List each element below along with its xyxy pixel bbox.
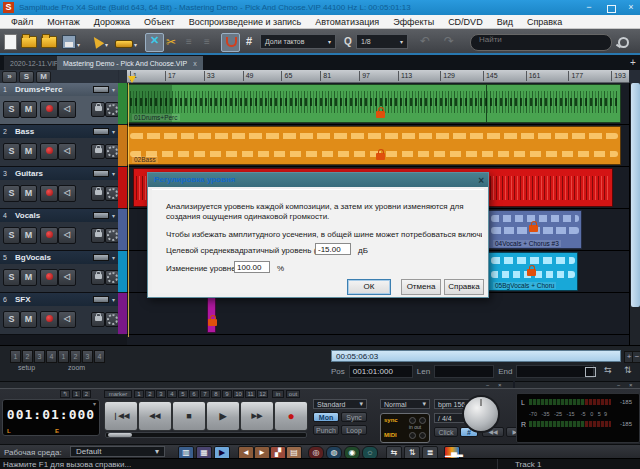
group-objects-icon[interactable]: ≡ <box>186 36 192 47</box>
marker-10-button[interactable]: 10 <box>233 390 244 398</box>
redo-icon[interactable]: ↷ <box>444 34 454 48</box>
forward-button[interactable]: ▶▶ <box>240 401 274 431</box>
open-project-icon[interactable] <box>21 36 37 48</box>
loop-button[interactable]: Loop <box>341 425 367 435</box>
click-button[interactable]: Click <box>434 427 458 437</box>
quantize-select[interactable]: 1/8▾ <box>356 34 408 49</box>
track-header-3[interactable]: 3Guitars▾ S M ◁ <box>0 167 118 209</box>
solo-button[interactable]: S <box>3 269 20 286</box>
minimize-button[interactable]: − <box>584 3 594 12</box>
range-1-button[interactable]: 1 <box>72 390 81 398</box>
record-arm-button[interactable] <box>40 227 58 244</box>
time-display[interactable]: 001:01:000 L E ▾ <box>2 399 100 436</box>
chevron-down-icon[interactable]: ▾ <box>112 296 115 303</box>
chevron-down-icon[interactable]: ▾ <box>112 254 115 261</box>
lock-button[interactable] <box>91 228 105 243</box>
quantize-label[interactable]: Q <box>344 36 352 47</box>
setup-2-button[interactable]: 2 <box>22 350 33 363</box>
track-fader[interactable] <box>93 296 109 303</box>
monitor-button[interactable]: ◁ <box>58 311 76 328</box>
sync-toggle-button[interactable]: Sync <box>341 412 367 422</box>
track-header-1[interactable]: 1Drums+Perc▾ S M ◁ <box>0 83 118 125</box>
menu-automation[interactable]: Автоматизация <box>308 17 386 27</box>
setup-4-button[interactable]: 4 <box>46 350 57 363</box>
vertical-scroll-thumb[interactable] <box>631 83 640 307</box>
maximize-button[interactable] <box>607 5 616 13</box>
sync-midi-panel[interactable]: sync in out MIDI <box>380 413 430 443</box>
zoom-3-button[interactable]: 3 <box>82 350 93 363</box>
mouse-mode-dropdown-icon[interactable]: ▾ <box>105 41 108 48</box>
pos-value[interactable]: 001:01:000 <box>349 365 413 378</box>
track-settings-button[interactable] <box>105 270 119 285</box>
workspace-select[interactable]: Default▾ <box>70 446 165 457</box>
monitor-button[interactable]: ◁ <box>58 227 76 244</box>
menu-track[interactable]: Дорожка <box>87 17 137 27</box>
zoom-2-button[interactable]: 2 <box>70 350 81 363</box>
monitor-button[interactable]: ◁ <box>58 269 76 286</box>
chevron-down-icon[interactable]: ▾ <box>112 128 115 135</box>
search-input[interactable] <box>471 35 627 44</box>
monitor-button[interactable]: ◁ <box>58 143 76 160</box>
range-2-button[interactable]: 2 <box>82 390 91 398</box>
mute-button[interactable]: M <box>20 311 37 328</box>
track-settings-button[interactable] <box>105 144 119 159</box>
play-button[interactable]: ▶ <box>206 401 240 431</box>
mouse-mode-icon[interactable] <box>90 34 105 49</box>
marker-8-button[interactable]: 8 <box>211 390 221 398</box>
len-value[interactable] <box>434 365 494 378</box>
mute-button[interactable]: M <box>20 101 37 118</box>
save-dropdown-icon[interactable]: ▾ <box>77 41 80 48</box>
marker-6-button[interactable]: 6 <box>189 390 199 398</box>
menu-playback-record[interactable]: Воспроизведение и запись <box>182 17 309 27</box>
track-fader[interactable] <box>93 170 109 177</box>
crossfade-editor-icon[interactable]: ✕ <box>145 33 164 52</box>
search-box[interactable] <box>470 34 612 51</box>
chevron-down-icon[interactable]: ▾ <box>93 400 96 407</box>
lock-button[interactable] <box>91 144 105 159</box>
monitor-button[interactable]: ◁ <box>58 101 76 118</box>
solo-button[interactable]: S <box>3 101 20 118</box>
audio-object-vocals[interactable]: 04Vocals + Chorus #3 <box>488 210 582 249</box>
menu-help[interactable]: Справка <box>520 17 569 27</box>
menu-file[interactable]: Файл <box>4 17 40 27</box>
vertical-scrollbar[interactable] <box>629 83 640 345</box>
lock-button[interactable] <box>91 186 105 201</box>
horizontal-scrollbar[interactable]: 00:05:06:03 <box>331 350 621 362</box>
menu-cd-dvd[interactable]: CD/DVD <box>441 17 490 27</box>
track-header-4[interactable]: 4Vocals▾ S M ◁ <box>0 209 118 251</box>
new-project-icon[interactable] <box>4 34 17 50</box>
record-arm-button[interactable] <box>40 269 58 286</box>
slider-thumb[interactable] <box>108 433 132 437</box>
mute-button[interactable]: M <box>20 143 37 160</box>
snap-mode-select[interactable]: Доли тактов▾ <box>260 34 336 49</box>
stop-button[interactable]: ■ <box>172 401 206 431</box>
punch-button[interactable]: Punch <box>313 425 339 435</box>
track-fader[interactable] <box>93 254 109 261</box>
lock-button[interactable] <box>91 270 105 285</box>
track-settings-button[interactable] <box>105 228 119 243</box>
object-mode-dropdown-icon[interactable]: ▾ <box>134 41 137 48</box>
collapse-all-button[interactable]: » <box>2 71 17 83</box>
record-arm-button[interactable] <box>40 143 58 160</box>
record-arm-button[interactable] <box>40 185 58 202</box>
tab-add-icon[interactable]: + <box>630 57 636 68</box>
marker-7-button[interactable]: 7 <box>200 390 210 398</box>
menu-view[interactable]: Вид <box>490 17 520 27</box>
zoom-4-button[interactable]: 4 <box>94 350 105 363</box>
audio-object-bgvocals[interactable]: 05BgVocals + Choru <box>488 252 578 291</box>
record-mode-select[interactable]: Standard▾ <box>313 399 367 409</box>
chevron-down-icon[interactable]: ▾ <box>112 86 115 93</box>
global-mute-button[interactable]: M <box>36 71 51 83</box>
go-to-start-button[interactable]: ❘◀◀ <box>104 401 138 431</box>
tab-close-icon[interactable]: x <box>193 60 197 67</box>
setup-3-button[interactable]: 3 <box>34 350 45 363</box>
lock-button[interactable] <box>91 102 105 117</box>
track-fader[interactable] <box>93 128 109 135</box>
solo-button[interactable]: S <box>3 185 20 202</box>
marker-12-button[interactable]: 12 <box>257 390 268 398</box>
track-settings-button[interactable] <box>105 102 119 117</box>
solo-button[interactable]: S <box>3 227 20 244</box>
track-header-5[interactable]: 5BgVocals▾ S M ◁ <box>0 251 118 293</box>
close-button[interactable]: × <box>626 3 636 12</box>
lock-button[interactable] <box>91 312 105 327</box>
